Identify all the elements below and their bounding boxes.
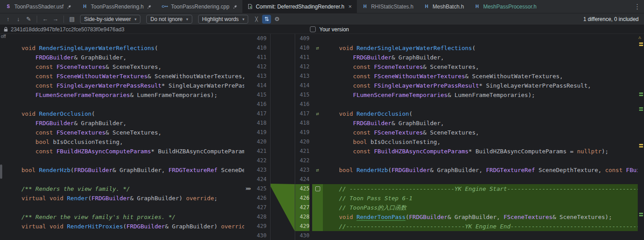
code-line[interactable]: FRDGBuilder& GraphBuilder, <box>323 118 638 128</box>
code-line[interactable] <box>0 156 244 165</box>
code-line[interactable]: const FSceneWithoutWaterTextures& SceneW… <box>323 72 638 81</box>
stripe-mark[interactable] <box>639 215 643 216</box>
left-scrollbar-thumb[interactable] <box>0 164 2 179</box>
code-line[interactable]: // ------------------------------YK Engi… <box>323 184 638 194</box>
close-icon[interactable]: × <box>348 4 352 9</box>
code-line[interactable]: void RenderSingleLayerWaterReflections( <box>323 43 638 53</box>
edit-source-button[interactable]: ✎ <box>24 15 33 24</box>
stripe-mark[interactable] <box>639 107 643 109</box>
code-line[interactable]: const FSceneTextures& SceneTextures, <box>0 128 244 137</box>
previous-difference-button[interactable]: ↑ <box>4 15 13 24</box>
stripe-mark[interactable] <box>639 146 643 147</box>
swap-arrows-icon[interactable]: ⇄ <box>316 165 319 175</box>
code-line[interactable] <box>323 100 638 109</box>
viewer-mode-select[interactable]: Side-by-side viewer ▾ <box>80 15 140 24</box>
collapse-unchanged-button[interactable]: ╳ <box>252 15 261 24</box>
code-line[interactable]: const FBuildHZBAsyncComputeParams* Build… <box>323 147 638 156</box>
stripe-mark[interactable] <box>639 213 643 214</box>
code-line[interactable]: void RenderOcclusion( <box>323 109 638 118</box>
pin-icon[interactable] <box>233 4 237 9</box>
code-line[interactable] <box>323 231 638 240</box>
tab-toonpassrendering-h[interactable]: HToonPassRendering.h <box>76 0 157 13</box>
swap-arrows-icon[interactable]: ⇄ <box>316 43 319 53</box>
code-line[interactable] <box>0 203 244 212</box>
pin-icon[interactable] <box>147 4 152 9</box>
code-line[interactable]: bool bIsOcclusionTesting, <box>323 137 638 147</box>
error-stripe: ⚠ <box>638 34 644 240</box>
code-line[interactable]: /** Renders the view family. */ <box>0 184 244 194</box>
ide-window: SToonPassShader.usfHToonPassRendering.hC… <box>0 0 644 240</box>
code-line[interactable]: const FSingleLayerWaterPrePassResult* Si… <box>0 81 244 90</box>
diff-settings-gear-icon[interactable]: ⚙ <box>272 15 281 24</box>
tab-meshbatch-h[interactable]: HMeshBatch.h <box>418 0 469 13</box>
code-line[interactable]: //----------------------------------YK E… <box>323 222 638 231</box>
code-line[interactable] <box>0 100 244 109</box>
sync-scroll-toggle[interactable]: ⇅ <box>262 15 271 24</box>
tab-options-kebab-icon[interactable]: ⋮ <box>631 0 644 13</box>
code-line[interactable] <box>323 34 638 43</box>
code-line[interactable]: virtual void RenderHitProxies(FRDGBuilde… <box>0 222 244 231</box>
include-change-checkbox[interactable] <box>315 186 320 191</box>
code-line[interactable]: const FSceneTextures& SceneTextures, <box>323 62 638 72</box>
next-difference-button[interactable]: ↓ <box>14 15 23 24</box>
stripe-mark[interactable] <box>639 144 643 145</box>
code-line[interactable]: void RenderToonPass(FRDGBuilder& GraphBu… <box>323 212 638 222</box>
warning-icon[interactable]: ⚠ <box>638 35 641 40</box>
gutter-cell <box>244 156 251 165</box>
whitespace-ignore-select[interactable]: Do not ignore ▾ <box>146 15 192 24</box>
code-line[interactable]: const FSceneWithoutWaterTextures& SceneW… <box>0 72 244 81</box>
stripe-mark[interactable] <box>639 45 643 46</box>
code-line[interactable]: void RenderSingleLayerWaterReflections( <box>0 43 244 53</box>
code-line[interactable]: FLumenSceneFrameTemporaries& LumenFrameT… <box>323 90 638 100</box>
forward-button[interactable]: → <box>51 15 60 24</box>
code-line[interactable]: virtual void Render(FRDGBuilder& GraphBu… <box>0 194 244 203</box>
code-line[interactable]: const FSceneTextures& SceneTextures, <box>0 62 244 72</box>
stripe-mark[interactable] <box>639 109 643 111</box>
code-line[interactable]: FRDGBuilder& GraphBuilder, <box>0 53 244 62</box>
swap-arrows-icon[interactable]: ⇄ <box>316 109 319 118</box>
back-button[interactable]: ← <box>41 15 50 24</box>
highlight-mode-select[interactable]: Highlight words ▾ <box>198 15 249 24</box>
code-line[interactable] <box>323 175 638 184</box>
stripe-mark[interactable] <box>639 42 643 44</box>
code-line[interactable]: const FBuildHZBAsyncComputeParams* Build… <box>0 147 244 156</box>
line-number: 413 <box>251 72 267 81</box>
code-line[interactable] <box>323 156 638 165</box>
collapsed-tool-label[interactable]: off <box>1 34 6 39</box>
code-line[interactable]: bool RenderHzb(FRDGBuilder& GraphBuilder… <box>323 165 638 175</box>
pin-icon[interactable] <box>67 4 72 9</box>
code-line[interactable] <box>0 34 244 43</box>
diff-divider <box>270 34 295 240</box>
tab-commit-deferredshadingrenderer-h[interactable]: Commit: DeferredShadingRenderer.h× <box>242 0 357 13</box>
code-line[interactable]: // ToonPass的入口函数 <box>323 203 638 212</box>
code-line[interactable]: const FSingleLayerWaterPrePassResult* Si… <box>323 81 638 90</box>
code-line[interactable]: FRDGBuilder& GraphBuilder, <box>323 53 638 62</box>
apply-change-chevron-icon[interactable]: »» <box>246 184 250 194</box>
tab-toonpassrendering-cpp[interactable]: C++ToonPassRendering.cpp <box>157 0 242 13</box>
gutter-cell <box>244 137 251 147</box>
code-line[interactable]: FLumenSceneFrameTemporaries& LumenFrameT… <box>0 90 244 100</box>
usf-file-icon: S <box>5 4 12 9</box>
tab-rhistaticstates-h[interactable]: HRHIStaticStates.h <box>357 0 419 13</box>
code-line[interactable]: bool bIsOcclusionTesting, <box>0 137 244 147</box>
viewer-panel-icon[interactable]: ▤ <box>68 15 76 24</box>
code-line[interactable]: /** Render the view family's hit proxies… <box>0 212 244 222</box>
code-line[interactable]: bool RenderHzb(FRDGBuilder& GraphBuilder… <box>0 165 244 175</box>
stripe-mark[interactable] <box>639 93 643 94</box>
line-number: 421 <box>295 147 309 156</box>
code-line[interactable]: // Toon Pass Step 6-1 <box>323 194 638 203</box>
code-line[interactable]: const FSceneTextures& SceneTextures, <box>323 128 638 137</box>
diff-summary: 1 difference, 0 included <box>583 16 640 22</box>
include-all-checkbox[interactable] <box>310 26 316 32</box>
code-line[interactable] <box>0 231 244 240</box>
tab-label: ToonPassRendering.h <box>91 4 144 10</box>
stripe-mark[interactable] <box>639 95 643 96</box>
gutter-cell <box>312 212 323 222</box>
added-change-connector[interactable] <box>271 34 295 240</box>
tab-toonpassshader-usf[interactable]: SToonPassShader.usf <box>0 0 76 13</box>
line-number: 412 <box>295 62 309 72</box>
tab-meshpassprocessor-h[interactable]: HMeshPassProcessor.h <box>469 0 541 13</box>
code-line[interactable]: void RenderOcclusion( <box>0 109 244 118</box>
code-line[interactable]: FRDGBuilder& GraphBuilder, <box>0 118 244 128</box>
code-line[interactable] <box>0 175 244 184</box>
